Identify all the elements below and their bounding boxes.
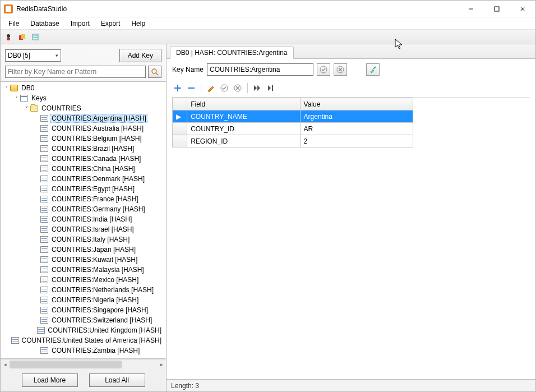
tree-leaf-10[interactable]: COUNTRIES:India [HASH] (1, 214, 166, 224)
ic-hash-icon (40, 195, 49, 203)
row-header[interactable] (173, 123, 187, 135)
next-page-button[interactable] (252, 82, 263, 94)
ic-hash-icon (40, 185, 49, 193)
ic-hash-icon (40, 316, 49, 324)
ic-hash-icon (40, 306, 49, 314)
brush-button[interactable] (366, 63, 380, 76)
tree-db-root[interactable]: ˅DB0 (1, 83, 166, 93)
scroll-right-arrow[interactable]: ▸ (157, 359, 166, 370)
load-all-button[interactable]: Load All (89, 373, 145, 387)
edit-row-button[interactable] (205, 82, 216, 94)
cancel-key-button[interactable] (334, 63, 347, 76)
tree-item-label: COUNTRIES:Argentina [HASH] (50, 114, 147, 123)
tree-item-label: COUNTRIES:Brazil [HASH] (50, 145, 135, 153)
twisty-icon: ˅ (3, 85, 10, 91)
remove-row-button[interactable] (186, 82, 197, 94)
tree-folder-countries[interactable]: ˅COUNTRIES (1, 103, 166, 113)
ic-hash-icon (40, 145, 49, 153)
table-row[interactable]: REGION_ID2 (173, 135, 413, 147)
ic-hash-icon (40, 256, 49, 264)
app-title: RedisDataStudio (16, 5, 458, 13)
tree-item-label: COUNTRIES:Netherlands [HASH] (50, 286, 155, 294)
toolbar-icon-1[interactable] (3, 31, 14, 43)
tree-keys-node[interactable]: ˅Keys (1, 93, 166, 103)
search-button[interactable] (148, 66, 161, 78)
ic-hash-icon (37, 326, 45, 334)
table-row[interactable]: COUNTRY_IDAR (173, 123, 413, 135)
tree-leaf-6[interactable]: COUNTRIES:Denmark [HASH] (1, 174, 166, 184)
minus-icon (187, 84, 196, 93)
cell-field[interactable]: COUNTRY_ID (187, 123, 300, 135)
col-value[interactable]: Value (300, 98, 413, 110)
tree-leaf-8[interactable]: COUNTRIES:France [HASH] (1, 194, 166, 204)
brush-icon (369, 66, 377, 73)
menu-export[interactable]: Export (95, 18, 126, 29)
menu-help[interactable]: Help (126, 18, 151, 29)
skip-end-icon (266, 84, 275, 93)
tree-item-label: COUNTRIES:Nigeria [HASH] (50, 296, 140, 304)
cell-value[interactable]: AR (300, 123, 413, 135)
row-header[interactable]: ▶ (173, 110, 187, 123)
commit-key-button[interactable] (317, 63, 330, 76)
tree-leaf-0[interactable]: COUNTRIES:Argentina [HASH] (1, 113, 166, 123)
cancel-row-button[interactable] (232, 82, 243, 94)
menu-file[interactable]: File (3, 18, 25, 29)
hash-grid[interactable]: Field Value ▶COUNTRY_NAMEArgentinaCOUNTR… (172, 98, 413, 147)
tree-leaf-3[interactable]: COUNTRIES:Brazil [HASH] (1, 144, 166, 154)
last-page-button[interactable] (265, 82, 276, 94)
add-row-button[interactable] (172, 82, 183, 94)
add-key-button[interactable]: Add Key (119, 49, 161, 62)
tree-leaf-5[interactable]: COUNTRIES:China [HASH] (1, 164, 166, 174)
tree-leaf-22[interactable]: COUNTRIES:United States of America [HASH… (1, 335, 166, 345)
tree-leaf-16[interactable]: COUNTRIES:Mexico [HASH] (1, 275, 166, 285)
tree-leaf-23[interactable]: COUNTRIES:Zambia [HASH] (1, 345, 166, 356)
toolbar-icon-3[interactable] (30, 31, 41, 43)
ic-hash-icon (40, 135, 49, 142)
menu-import[interactable]: Import (65, 18, 95, 29)
row-header[interactable] (173, 135, 187, 147)
tree-item-label: COUNTRIES:Japan [HASH] (50, 246, 137, 253)
tree-leaf-13[interactable]: COUNTRIES:Japan [HASH] (1, 245, 166, 255)
tree-leaf-20[interactable]: COUNTRIES:Switzerland [HASH] (1, 315, 166, 325)
plus-icon (173, 84, 182, 93)
tree-leaf-15[interactable]: COUNTRIES:Malaysia [HASH] (1, 265, 166, 275)
tree-horizontal-scrollbar[interactable]: ◂ ▸ (1, 359, 166, 369)
tree-leaf-14[interactable]: COUNTRIES:Kuwait [HASH] (1, 255, 166, 265)
maximize-button[interactable] (484, 1, 510, 17)
tree-leaf-21[interactable]: COUNTRIES:United Kingdom [HASH] (1, 325, 166, 335)
tree-leaf-18[interactable]: COUNTRIES:Nigeria [HASH] (1, 295, 166, 305)
tree-leaf-2[interactable]: COUNTRIES:Belgium [HASH] (1, 133, 166, 144)
tab-active[interactable]: DB0 | HASH: COUNTRIES:Argentina (170, 47, 294, 59)
db-selector[interactable]: DB0 [5] ▾ (5, 49, 61, 62)
filter-input[interactable] (5, 66, 146, 78)
commit-row-button[interactable] (219, 82, 230, 94)
scroll-left-arrow[interactable]: ◂ (1, 359, 10, 370)
tree-leaf-1[interactable]: COUNTRIES:Australia [HASH] (1, 123, 166, 133)
table-row[interactable]: ▶COUNTRY_NAMEArgentina (173, 110, 413, 123)
main-toolbar (1, 30, 535, 44)
tree-leaf-19[interactable]: COUNTRIES:Singapore [HASH] (1, 305, 166, 315)
tree-leaf-12[interactable]: COUNTRIES:Italy [HASH] (1, 234, 166, 245)
minimize-button[interactable] (458, 1, 484, 17)
scroll-thumb[interactable] (10, 361, 122, 368)
ic-keys-icon (20, 94, 29, 102)
close-button[interactable] (510, 1, 535, 17)
menu-database[interactable]: Database (25, 18, 64, 29)
tree-item-label: COUNTRIES:Switzerland [HASH] (50, 316, 153, 324)
key-name-input[interactable] (207, 63, 313, 76)
pencil-icon (206, 84, 215, 93)
toolbar-icon-2[interactable] (16, 31, 27, 43)
key-tree[interactable]: ˅DB0˅Keys˅COUNTRIESCOUNTRIES:Argentina [… (1, 82, 166, 358)
tree-leaf-7[interactable]: COUNTRIES:Egypt [HASH] (1, 184, 166, 194)
tree-leaf-9[interactable]: COUNTRIES:Germany [HASH] (1, 204, 166, 214)
cell-value[interactable]: Argentina (300, 110, 413, 123)
load-more-button[interactable]: Load More (22, 373, 78, 387)
cell-value[interactable]: 2 (300, 135, 413, 147)
cell-field[interactable]: REGION_ID (187, 135, 300, 147)
col-field[interactable]: Field (187, 98, 300, 110)
tree-leaf-4[interactable]: COUNTRIES:Canada [HASH] (1, 154, 166, 164)
tree-leaf-11[interactable]: COUNTRIES:Israel [HASH] (1, 224, 166, 234)
tree-leaf-17[interactable]: COUNTRIES:Netherlands [HASH] (1, 285, 166, 295)
cell-field[interactable]: COUNTRY_NAME (187, 110, 300, 123)
app-icon (4, 4, 13, 13)
